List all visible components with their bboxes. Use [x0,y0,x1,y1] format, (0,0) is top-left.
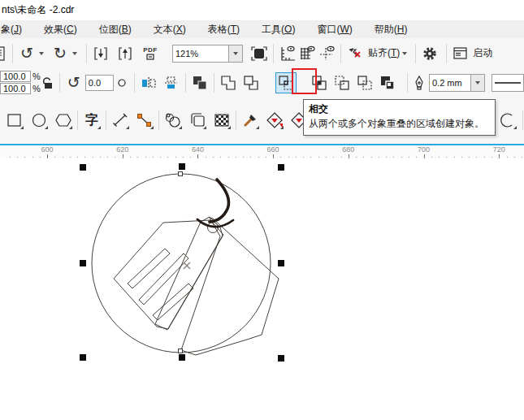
ruler-minor-tick [379,157,379,158]
shaping-back-minus-front-icon[interactable] [355,73,375,93]
shaping-intersect-icon[interactable] [275,72,297,93]
ruler-minor-tick [10,157,11,158]
polygon-tool-icon[interactable] [54,110,73,130]
curve-node[interactable] [179,349,183,353]
color-eyedropper-tool-icon[interactable] [240,110,260,130]
zoom-level-combo[interactable]: 121% [172,45,243,63]
separator [86,44,87,63]
ruler-minor-tick [40,157,41,158]
selection-handle[interactable] [80,354,86,361]
paste-icon[interactable] [0,44,8,63]
snap-to-label[interactable]: 贴齐(T) [368,46,400,60]
menu-item[interactable]: 位图(B) [89,20,143,38]
show-guidelines-icon[interactable] [317,44,336,63]
tag-stripe [139,253,188,305]
menu-item[interactable]: 文本(X) [143,20,197,38]
ruler-minor-tick [431,157,432,158]
shaping-trim-icon[interactable] [241,73,261,93]
ruler-label: 660 [267,145,279,154]
mirror-horizontal-icon[interactable] [139,73,158,93]
rotation-angle-field[interactable]: 0.0 [85,75,114,91]
ruler-minor-tick [522,157,522,158]
bezier-tool-icon[interactable] [135,110,154,130]
show-rulers-icon[interactable] [278,44,297,63]
shaping-combine-icon[interactable] [190,73,210,93]
ruler-minor-tick [17,157,18,158]
ruler-minor-tick [280,157,281,158]
pattern-fill-tool-icon[interactable] [212,110,232,130]
scale-x-field[interactable]: 100.0 [0,71,31,82]
ellipse-tool-icon[interactable] [29,110,49,130]
snap-off-icon[interactable] [345,44,365,63]
line-style-combo[interactable] [492,74,524,92]
mirror-vertical-icon[interactable] [162,73,181,93]
ruler-minor-tick [288,157,289,158]
shaping-weld-icon[interactable] [219,73,238,93]
ruler-minor-tick [296,157,297,158]
line-style-value[interactable] [492,74,524,92]
launch-label[interactable]: 启动 [473,46,492,60]
outline-width-combo[interactable]: 0.2 mm [429,74,485,92]
show-grid-icon[interactable] [297,44,317,63]
drawing-canvas[interactable] [0,158,524,420]
smart-fill-tool-icon[interactable] [265,110,284,130]
ruler-minor-tick [356,157,357,158]
outline-pen-icon [412,73,427,93]
selection-handle[interactable] [80,260,86,266]
fullscreen-preview-icon[interactable] [249,44,269,63]
lock-ratio-icon[interactable] [41,73,55,93]
drop-shadow-tool-icon[interactable] [188,110,207,130]
publish-pdf-icon[interactable]: PDF [138,44,162,63]
window-title: nts\未命名 -2.cdr [0,3,74,17]
ruler-minor-tick [115,157,115,158]
circle-object[interactable] [92,174,271,353]
menu-item[interactable]: 效果(C) [33,20,89,38]
rectangle-tool-icon[interactable] [5,110,24,130]
tag-object-wide[interactable] [181,218,279,355]
ruler-minor-tick [499,157,500,158]
ruler-minor-tick [160,157,161,158]
menu-item[interactable]: 象(J) [0,20,33,38]
shaping-boundary-icon[interactable] [378,73,397,93]
selection-handle[interactable] [179,163,185,170]
redo-dropdown-icon[interactable] [72,52,77,58]
menu-item[interactable]: 表格(T) [197,20,251,38]
scale-y-field[interactable]: 100.0 [0,83,31,94]
export-icon[interactable] [115,44,135,63]
outline-width-dropdown-icon[interactable] [471,74,485,92]
selection-handle[interactable] [278,164,284,171]
selection-handle[interactable] [278,355,284,362]
selection-handle[interactable] [80,164,86,171]
menu-item[interactable]: 工具(O) [251,20,306,38]
ruler-minor-tick [190,157,191,158]
curve-node[interactable] [179,172,183,176]
contour-tool-icon[interactable] [498,110,518,130]
separator [185,73,186,93]
undo-dropdown-icon[interactable] [39,52,44,58]
text-tool-icon[interactable]: 字 [82,110,102,130]
ruler-minor-tick [63,157,63,158]
shaping-front-minus-back-icon[interactable] [332,73,352,93]
ruler-minor-tick [206,157,206,158]
menu-item[interactable]: 帮助(H) [364,20,419,38]
ruler-minor-tick [484,157,485,158]
undo-icon[interactable]: ↺ [17,44,37,63]
ruler-minor-tick [77,157,78,158]
import-icon[interactable] [91,44,110,63]
freehand-line-tool-icon[interactable] [110,110,130,130]
horizontal-ruler[interactable]: 600620640660680700720 [0,144,524,158]
options-gear-icon[interactable] [420,44,440,63]
welcome-screen-icon[interactable] [451,44,470,63]
selection-handle[interactable] [179,354,185,361]
menu-item[interactable]: 窗口(W) [306,20,363,38]
tooltip: 相交 从两个或多个对象重叠的区域创建对象。 [303,99,496,136]
zoom-dropdown-icon[interactable] [229,45,243,63]
shaping-simplify-icon[interactable] [310,73,329,93]
ruler-label: 600 [41,145,53,154]
selection-handle[interactable] [278,260,284,266]
separator [106,110,106,130]
shape-tool-icon[interactable] [163,110,183,130]
snap-dropdown-icon[interactable] [402,52,407,58]
ruler-minor-tick [454,157,455,158]
redo-icon[interactable]: ↻ [50,44,70,63]
